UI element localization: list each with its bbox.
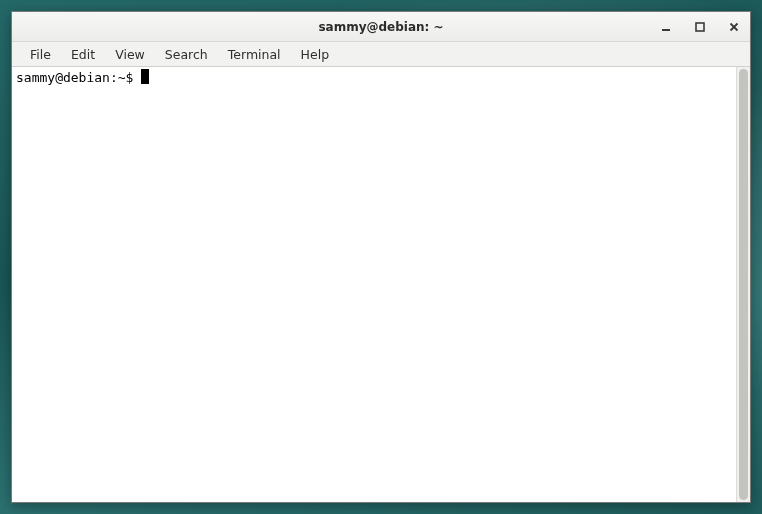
scrollbar-thumb[interactable] [739,69,748,500]
vertical-scrollbar[interactable] [736,67,750,502]
terminal-area[interactable]: sammy@debian:~$ [12,66,750,502]
svg-rect-0 [662,29,670,31]
cursor [141,69,149,84]
terminal-window: sammy@debian: ~ File Edit View [11,11,751,503]
menu-view[interactable]: View [105,44,155,65]
menubar: File Edit View Search Terminal Help [12,42,750,66]
minimize-icon [661,22,671,32]
close-button[interactable] [724,17,744,37]
menu-file[interactable]: File [20,44,61,65]
menu-help[interactable]: Help [291,44,340,65]
shell-prompt: sammy@debian:~$ [16,70,141,85]
terminal-content[interactable]: sammy@debian:~$ [12,67,736,502]
svg-rect-1 [696,23,704,31]
window-controls [656,12,744,41]
titlebar[interactable]: sammy@debian: ~ [12,12,750,42]
menu-search[interactable]: Search [155,44,218,65]
maximize-button[interactable] [690,17,710,37]
menu-edit[interactable]: Edit [61,44,105,65]
menu-terminal[interactable]: Terminal [218,44,291,65]
window-title: sammy@debian: ~ [12,20,750,34]
minimize-button[interactable] [656,17,676,37]
close-icon [729,22,739,32]
maximize-icon [695,22,705,32]
